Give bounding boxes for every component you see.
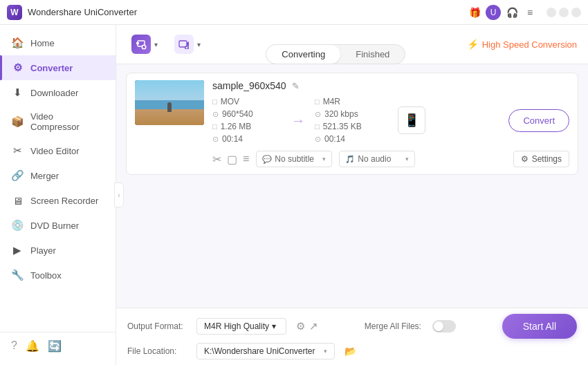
window-controls <box>546 8 581 17</box>
output-size: □ 521.35 KB <box>315 122 391 131</box>
edit-filename-icon[interactable]: ✎ <box>292 81 300 91</box>
converter-icon: ⚙ <box>11 62 24 74</box>
size-icon: □ <box>212 122 217 131</box>
file-location-input[interactable]: K:\Wondershare UniConverter ▾ <box>196 343 335 359</box>
sidebar-label-compressor: Video Compressor <box>30 111 104 132</box>
toolbar: ▾ ▾ Converting Finished <box>116 25 588 64</box>
format-icon: □ <box>212 97 217 106</box>
sync-icon[interactable]: 🔄 <box>48 339 62 353</box>
out-duration-icon: ⊙ <box>315 135 321 144</box>
headset-icon[interactable]: 🎧 <box>505 6 519 19</box>
audio-icon: 🎵 <box>345 155 355 164</box>
output-format-select[interactable]: M4R High Quality ▾ <box>196 318 286 335</box>
sidebar-item-screen-recorder[interactable]: 🖥 Screen Recorder <box>0 188 116 213</box>
downloader-icon: ⬇ <box>11 86 24 99</box>
conversion-tabs: Converting Finished <box>266 44 405 64</box>
file-location-value: K:\Wondershare UniConverter <box>204 346 315 356</box>
audio-chevron-icon: ▾ <box>405 156 409 162</box>
format-share-icon[interactable]: ↗ <box>309 320 318 333</box>
player-icon: ▶ <box>11 244 24 256</box>
subtitle-icon: 💬 <box>262 155 272 164</box>
sidebar-label-converter: Converter <box>30 63 73 73</box>
bolt-icon: ⚡ <box>467 39 479 50</box>
file-location-label: File Location: <box>127 346 190 356</box>
toolbox-icon: 🔧 <box>11 269 24 281</box>
output-format-label: Output Format: <box>127 321 190 331</box>
source-resolution: ⊙ 960*540 <box>212 109 282 119</box>
menu-icon[interactable]: ≡ <box>523 6 537 19</box>
file-meta-row: □ MOV ⊙ 960*540 □ 1.26 MB <box>212 97 569 144</box>
audio-select[interactable]: 🎵 No audio ▾ <box>339 151 415 167</box>
app-title: Wondershare UniConverter <box>28 7 468 17</box>
sidebar-label-downloader: Downloader <box>30 88 78 98</box>
notification-icon[interactable]: 🔔 <box>26 339 39 353</box>
cut-icon[interactable]: ✂ <box>212 153 221 166</box>
sidebar-label-home: Home <box>30 38 55 48</box>
arrow-right-icon: → <box>291 113 305 129</box>
sidebar-item-video-editor[interactable]: ✂ Video Editor <box>0 138 116 163</box>
source-size: □ 1.26 MB <box>212 122 282 131</box>
source-meta: □ MOV ⊙ 960*540 □ 1.26 MB <box>212 97 282 144</box>
file-name: sample_960x540 <box>212 80 286 91</box>
high-speed-button[interactable]: ⚡ High Speed Conversion <box>467 39 577 50</box>
maximize-button[interactable] <box>559 8 569 17</box>
merge-toggle[interactable] <box>432 320 456 333</box>
out-format-icon: □ <box>315 97 320 106</box>
sidebar-collapse-handle[interactable]: ‹ <box>114 182 124 207</box>
user-avatar[interactable]: U <box>486 5 501 20</box>
file-thumbnail <box>135 80 204 125</box>
help-icon[interactable]: ? <box>11 339 17 353</box>
out-bitrate-icon: ⊙ <box>315 110 321 119</box>
sidebar-item-toolbox[interactable]: 🔧 Toolbox <box>0 263 116 288</box>
add-screen-button[interactable]: ▾ <box>170 32 205 57</box>
sidebar-item-video-compressor[interactable]: 📦 Video Compressor <box>0 105 116 138</box>
tab-finished[interactable]: Finished <box>340 45 405 64</box>
tab-converting[interactable]: Converting <box>266 45 340 64</box>
sidebar-item-merger[interactable]: 🔗 Merger <box>0 163 116 188</box>
format-settings-icon[interactable]: ⚙ <box>296 320 305 333</box>
dvd-icon: 💿 <box>11 219 24 232</box>
convert-button[interactable]: Convert <box>508 109 569 132</box>
device-symbol: 📱 <box>404 113 419 128</box>
device-icon-col: 📱 <box>391 106 432 134</box>
output-duration: ⊙ 00:14 <box>315 134 391 144</box>
editor-icon: ✂ <box>11 144 24 157</box>
sidebar-label-editor: Video Editor <box>30 146 80 156</box>
start-all-button[interactable]: Start All <box>502 314 577 339</box>
subtitle-select[interactable]: 💬 No subtitle ▾ <box>256 151 332 167</box>
add-file-button[interactable]: ▾ <box>127 32 162 57</box>
file-name-row: sample_960x540 ✎ <box>212 80 569 91</box>
folder-open-icon[interactable]: 📂 <box>344 346 356 357</box>
sidebar-item-converter[interactable]: ⚙ Converter <box>0 55 116 80</box>
app-icon: W <box>7 5 22 20</box>
sidebar-item-downloader[interactable]: ⬇ Downloader <box>0 80 116 105</box>
subtitle-label: No subtitle <box>275 154 314 164</box>
file-location-row: File Location: K:\Wondershare UniConvert… <box>127 343 577 359</box>
merge-label: Merge All Files: <box>365 321 421 331</box>
sidebar-label-merger: Merger <box>30 171 59 181</box>
effects-icon[interactable]: ≡ <box>243 153 249 166</box>
sidebar-item-player[interactable]: ▶ Player <box>0 238 116 263</box>
home-icon: 🏠 <box>11 37 24 49</box>
sidebar-item-dvd-burner[interactable]: 💿 DVD Burner <box>0 213 116 238</box>
crop-icon[interactable]: ▢ <box>227 153 237 166</box>
sidebar-item-home[interactable]: 🏠 Home <box>0 30 116 55</box>
add-icon <box>131 35 151 54</box>
convert-button-col: Convert <box>508 109 569 132</box>
sidebar-label-recorder: Screen Recorder <box>30 196 98 206</box>
source-format: □ MOV <box>212 97 282 106</box>
close-button[interactable] <box>571 8 581 17</box>
output-format-value: M4R High Quality <box>204 321 269 331</box>
output-bitrate: ⊙ 320 kbps <box>315 109 391 119</box>
arrow-col: → <box>282 113 315 129</box>
sidebar-label-toolbox: Toolbox <box>30 270 62 281</box>
main-layout: 🏠 Home ⚙ Converter ⬇ Downloader 📦 Video … <box>0 25 588 365</box>
title-bar: W Wondershare UniConverter 🎁 U 🎧 ≡ <box>0 0 588 25</box>
sidebar-bottom: ? 🔔 🔄 <box>0 332 116 359</box>
resolution-icon: ⊙ <box>212 110 219 119</box>
gift-icon[interactable]: 🎁 <box>468 6 481 19</box>
recorder-icon: 🖥 <box>11 194 24 207</box>
compressor-icon: 📦 <box>11 115 24 128</box>
minimize-button[interactable] <box>546 8 556 17</box>
settings-button[interactable]: ⚙ Settings <box>513 151 569 167</box>
